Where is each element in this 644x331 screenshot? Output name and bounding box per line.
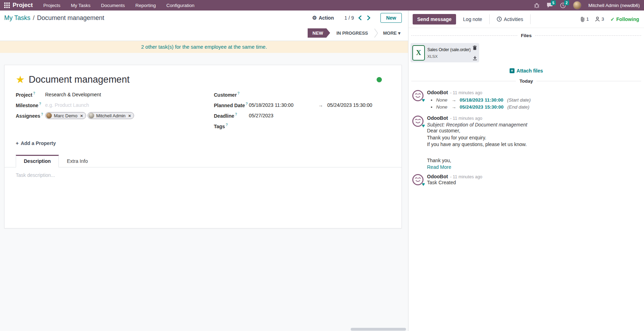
tracking-new-value[interactable]: 05/18/2023 11:30:00 (460, 97, 503, 103)
menu-my-tasks[interactable]: My Tasks (71, 3, 90, 8)
task-form-card: ★ Document management Project? Research … (4, 65, 402, 228)
message-author[interactable]: OdooBot (427, 90, 448, 95)
main-panel: My Tasks / Document management ⚙ Action … (0, 11, 408, 331)
send-message-button[interactable]: Send message (413, 14, 456, 25)
breadcrumb-parent[interactable]: My Tasks (4, 14, 30, 22)
milestone-label: Milestone? (16, 102, 45, 108)
new-record-button[interactable]: New (380, 13, 402, 23)
assignee-tag-marc-demo[interactable]: Marc Demo × (45, 112, 86, 119)
activities-clock-icon[interactable]: 2 (560, 2, 566, 8)
download-attachment-icon[interactable] (473, 56, 477, 60)
message-body-line: If you have any questions, please let us… (427, 141, 640, 148)
action-menu-button[interactable]: ⚙ Action (312, 15, 334, 21)
control-panel: My Tasks / Document management ⚙ Action … (0, 11, 408, 25)
app-name[interactable]: Project (13, 2, 33, 9)
menu-documents[interactable]: Documents (101, 3, 125, 8)
message-text: Task Created (427, 179, 640, 186)
activities-button[interactable]: Activities (493, 14, 527, 25)
messages-badge: 5 (551, 0, 556, 5)
apps-grid-icon[interactable] (4, 2, 10, 8)
pager: 1 / 9 (344, 15, 371, 21)
message-tracking: ♥ OdooBot 11 minutes ago None → 05/18/20… (412, 90, 640, 111)
message-feed: ♥ OdooBot 11 minutes ago None → 05/18/20… (408, 84, 644, 186)
attachment-type: XLSX (427, 54, 470, 58)
menu-reporting[interactable]: Reporting (135, 3, 156, 8)
followers-count: 3 (601, 16, 604, 22)
paperclip-icon (580, 16, 585, 22)
task-title[interactable]: Document management (29, 74, 130, 85)
attachment-name: Sales Order (sale.order).xlsx (427, 47, 470, 52)
user-avatar[interactable] (573, 1, 581, 9)
plus-square-icon: + (510, 68, 514, 73)
remove-tag-icon[interactable]: × (80, 113, 83, 118)
heart-icon: ♥ (422, 97, 425, 103)
chatter-toolbar: Send message Log note Activities (408, 11, 644, 28)
remove-tag-icon[interactable]: × (128, 113, 131, 118)
tracking-new-value[interactable]: 05/24/2023 15:30:00 (460, 104, 503, 110)
project-value[interactable]: Research & Development (45, 92, 101, 97)
message-body-line: Thank you for your enquiry. (427, 135, 640, 142)
assignee-tag-mitchell-admin[interactable]: Mitchell Admin × (88, 112, 134, 119)
help-icon: ? (33, 91, 35, 95)
form-view: ★ Document management Project? Research … (0, 53, 408, 331)
message-body-line: Dear customer, (427, 127, 640, 135)
heart-icon: ♥ (422, 123, 425, 129)
pager-value[interactable]: 1 / 9 (344, 15, 354, 21)
planned-date-end[interactable]: 05/24/2023 15:30:00 (327, 102, 372, 108)
following-toggle[interactable]: ✓ Following (610, 16, 639, 22)
debug-bug-icon[interactable] (534, 2, 540, 8)
milestone-input[interactable] (45, 102, 150, 108)
heart-icon: ♥ (422, 181, 425, 186)
stage-statusbar: NEW IN PROGRESS MORE ▾ (0, 25, 408, 41)
breadcrumb-current: Document management (37, 14, 104, 22)
excel-file-icon: X (412, 45, 425, 61)
scrollbar-thumb[interactable] (351, 328, 406, 331)
pager-previous-icon[interactable] (357, 15, 363, 21)
attach-files-button[interactable]: + Attach files (408, 68, 644, 74)
message-subject: Subject: Reception of Document managemen… (427, 122, 640, 127)
followers-counter[interactable]: 3 (595, 16, 604, 22)
deadline-value[interactable]: 05/27/2023 (249, 113, 273, 118)
tab-description[interactable]: Description (16, 155, 59, 167)
kanban-state-dot[interactable] (377, 77, 382, 82)
read-more-link[interactable]: Read More (427, 164, 451, 170)
chatter-panel: Send message Log note Activities (408, 11, 644, 331)
field-milestone: Milestone? (16, 101, 198, 109)
menu-projects[interactable]: Projects (43, 3, 61, 8)
top-navbar: Project Projects My Tasks Documents Repo… (0, 0, 644, 11)
breadcrumb: My Tasks / Document management (4, 14, 312, 22)
message-author[interactable]: OdooBot (427, 174, 448, 179)
help-icon: ? (41, 112, 43, 116)
messages-icon[interactable]: 5 (547, 2, 553, 8)
arrow-right-icon: → (318, 102, 323, 108)
message-time: 11 minutes ago (450, 116, 482, 121)
add-property-button[interactable]: + Add a Property (16, 140, 56, 146)
message-author[interactable]: OdooBot (427, 115, 448, 121)
arrow-right-icon: → (451, 104, 456, 110)
stage-in-progress[interactable]: IN PROGRESS (336, 30, 368, 36)
avatar (46, 113, 52, 118)
pager-next-icon[interactable] (366, 15, 371, 21)
customer-label: Customer? (214, 91, 249, 98)
stage-new[interactable]: NEW (308, 28, 330, 38)
task-description-input[interactable] (16, 167, 391, 220)
stage-more-dropdown[interactable]: MORE ▾ (383, 30, 400, 36)
user-name[interactable]: Mitchell Admin (newdb6) (588, 3, 640, 8)
divider (489, 14, 490, 24)
tab-extra-info[interactable]: Extra Info (59, 155, 96, 167)
files-section-divider: Files (411, 33, 641, 38)
files-section-label: Files (521, 33, 532, 38)
log-note-button[interactable]: Log note (460, 14, 486, 25)
menu-configuration[interactable]: Configuration (166, 3, 194, 8)
field-assignees: Assignees? Marc Demo × Mitchell Admin (16, 112, 198, 119)
arrow-right-icon: → (451, 97, 456, 103)
delete-attachment-icon[interactable] (473, 46, 477, 50)
attachments-counter[interactable]: 1 (580, 16, 589, 22)
divider (530, 14, 531, 24)
clock-icon (497, 16, 502, 22)
field-tags: Tags? (214, 122, 391, 130)
priority-star-icon[interactable]: ★ (16, 75, 25, 85)
attachment-card[interactable]: X Sales Order (sale.order).xlsx XLSX (411, 43, 479, 62)
planned-date-start[interactable]: 05/18/2023 11:30:00 (249, 102, 318, 108)
assignees-label: Assignees? (16, 112, 45, 119)
